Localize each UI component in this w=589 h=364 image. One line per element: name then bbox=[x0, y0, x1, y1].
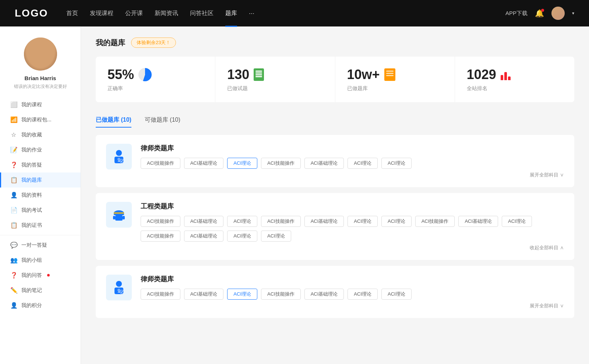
qa-icon: ❓ bbox=[10, 272, 17, 279]
sidebar-item-label: 我的问答 bbox=[21, 272, 42, 279]
sidebar-item-questions[interactable]: ❓ 我的答疑 bbox=[0, 157, 81, 172]
bank-tag[interactable]: ACI理论 bbox=[227, 216, 257, 227]
sidebar-item-label: 我的积分 bbox=[21, 302, 42, 309]
sidebar-item-certificate[interactable]: 📋 我的证书 bbox=[0, 218, 81, 233]
sidebar-item-one-on-one[interactable]: 💬 一对一答疑 bbox=[0, 238, 81, 253]
pie-chart-icon bbox=[138, 68, 152, 81]
stat-label-done: 已做试题 bbox=[227, 85, 323, 92]
stat-label-banks: 已做题库 bbox=[347, 85, 443, 92]
bank-title-2: 工程类题库 bbox=[141, 202, 564, 211]
sidebar-item-notes[interactable]: ✏️ 我的笔记 bbox=[0, 283, 81, 298]
bank-tag[interactable]: ACI技能操作 bbox=[141, 216, 180, 227]
expand-link-2[interactable]: 收起全部科目 ∧ bbox=[141, 245, 564, 251]
svg-point-10 bbox=[116, 281, 122, 287]
exam-icon: 📄 bbox=[10, 207, 17, 214]
bank-tag[interactable]: ACI技能操作 bbox=[141, 158, 180, 169]
bank-tag[interactable]: ACI理论 bbox=[348, 216, 378, 227]
course-icon: ⬜ bbox=[10, 101, 17, 108]
bank-tag[interactable]: ACI理论 bbox=[502, 216, 532, 227]
bank-tag[interactable]: ACI理论 bbox=[261, 231, 291, 242]
bank-tag[interactable]: ACI基础理论 bbox=[184, 231, 224, 242]
sidebar-item-label: 我的作业 bbox=[21, 147, 42, 153]
stat-top-ranking: 1029 bbox=[467, 67, 562, 82]
bank-tags-1: ACI技能操作 ACI基础理论 ACI理论 ACI技能操作 ACI基础理论 AC… bbox=[141, 158, 564, 169]
sidebar-item-points[interactable]: 👤 我的积分 bbox=[0, 298, 81, 313]
sidebar-item-questionbank[interactable]: 📋 我的题库 bbox=[0, 172, 81, 188]
bank-tag[interactable]: ACI理论 bbox=[381, 289, 412, 300]
stat-accuracy: 55% 正确率 bbox=[96, 57, 215, 102]
tabs-row: 已做题库 (10) 可做题库 (10) bbox=[96, 113, 574, 128]
bank-tag[interactable]: ACI技能操作 bbox=[261, 289, 301, 300]
bank-tags-3: ACI技能操作 ACI基础理论 ACI理论 ACI技能操作 ACI基础理论 AC… bbox=[141, 289, 564, 300]
sidebar-item-group[interactable]: 👥 我的小组 bbox=[0, 253, 81, 268]
tab-done-banks[interactable]: 已做题库 (10) bbox=[96, 113, 131, 128]
navbar-right: APP下载 🔔 ▾ bbox=[505, 7, 574, 20]
bank-tag[interactable]: ACI基础理论 bbox=[184, 216, 224, 227]
sidebar-item-course-package[interactable]: 📶 我的课程包... bbox=[0, 112, 81, 127]
sidebar-avatar bbox=[24, 38, 57, 71]
app-download-button[interactable]: APP下载 bbox=[505, 10, 528, 17]
navbar: LOGO 首页 发现课程 公开课 新闻资讯 问答社区 题库 ··· APP下载 … bbox=[0, 0, 589, 26]
bank-tag[interactable]: ACI技能操作 bbox=[261, 216, 301, 227]
nav-more[interactable]: ··· bbox=[249, 10, 254, 17]
logo: LOGO bbox=[15, 7, 52, 19]
bank-tag[interactable]: ACI技能操作 bbox=[141, 289, 180, 300]
stat-value-accuracy: 55% bbox=[107, 67, 134, 82]
avatar[interactable] bbox=[551, 7, 565, 20]
expand-link-1[interactable]: 展开全部科目 ∨ bbox=[141, 172, 564, 178]
sidebar-item-label: 我的笔记 bbox=[21, 287, 42, 294]
bank-tag[interactable]: ACI基础理论 bbox=[304, 158, 344, 169]
sidebar-item-profile[interactable]: 👤 我的资料 bbox=[0, 188, 81, 203]
bank-tag[interactable]: ACI技能操作 bbox=[141, 231, 180, 242]
bank-tag[interactable]: ACI基础理论 bbox=[184, 158, 224, 169]
bank-tags-2: ACI技能操作 ACI基础理论 ACI理论 ACI技能操作 ACI基础理论 AC… bbox=[141, 216, 564, 242]
svg-rect-6 bbox=[114, 212, 124, 214]
bank-title-3: 律师类题库 bbox=[141, 275, 564, 283]
bank-tag[interactable]: ACI基础理论 bbox=[304, 289, 344, 300]
bank-content-1: 律师类题库 ACI技能操作 ACI基础理论 ACI理论 ACI技能操作 ACI基… bbox=[141, 144, 564, 178]
bank-tag[interactable]: ACI技能操作 bbox=[261, 158, 301, 169]
bank-card-lawyer-2: 律师类题库 ACI技能操作 ACI基础理论 ACI理论 ACI技能操作 ACI基… bbox=[96, 266, 574, 318]
bar1 bbox=[501, 75, 503, 80]
engineer-icon bbox=[111, 207, 127, 223]
chevron-down-icon[interactable]: ▾ bbox=[572, 11, 574, 16]
sidebar-item-label: 我的小组 bbox=[21, 257, 42, 264]
bank-icon-engineer bbox=[106, 202, 132, 228]
bank-tag-active[interactable]: ACI理论 bbox=[227, 289, 257, 300]
nav-news[interactable]: 新闻资讯 bbox=[155, 10, 178, 17]
bank-tag-active[interactable]: ACI理论 bbox=[227, 158, 257, 169]
bank-tag[interactable]: ACI理论 bbox=[348, 158, 378, 169]
document-icon bbox=[254, 68, 264, 81]
sidebar-item-my-qa[interactable]: ❓ 我的问答 bbox=[0, 268, 81, 283]
notification-bell-icon[interactable]: 🔔 bbox=[535, 9, 544, 18]
sidebar-item-my-course[interactable]: ⬜ 我的课程 bbox=[0, 97, 81, 112]
nav-open-course[interactable]: 公开课 bbox=[125, 10, 143, 17]
sidebar-item-favorites[interactable]: ☆ 我的收藏 bbox=[0, 127, 81, 142]
expand-link-3[interactable]: 展开全部科目 ∨ bbox=[141, 303, 564, 309]
sidebar-item-homework[interactable]: 📝 我的作业 bbox=[0, 142, 81, 157]
bank-tag[interactable]: ACI理论 bbox=[381, 216, 412, 227]
stat-label-accuracy: 正确率 bbox=[107, 85, 203, 92]
sidebar-item-label: 一对一答疑 bbox=[21, 242, 47, 249]
lawyer-icon-2 bbox=[111, 279, 127, 296]
nav-qa[interactable]: 问答社区 bbox=[190, 10, 214, 17]
bank-tag[interactable]: ACI技能操作 bbox=[415, 216, 455, 227]
bank-tag[interactable]: ACI基础理论 bbox=[304, 216, 344, 227]
bank-tag[interactable]: ACI基础理论 bbox=[184, 289, 224, 300]
nav-discover[interactable]: 发现课程 bbox=[90, 10, 113, 17]
sidebar-item-exam[interactable]: 📄 我的考试 bbox=[0, 203, 81, 218]
stat-label-ranking: 全站排名 bbox=[467, 85, 562, 92]
bank-tag[interactable]: ACI基础理论 bbox=[458, 216, 498, 227]
chat-icon: 💬 bbox=[10, 242, 17, 249]
nav-home[interactable]: 首页 bbox=[66, 10, 78, 17]
bank-title-1: 律师类题库 bbox=[141, 144, 564, 153]
tab-available-banks[interactable]: 可做题库 (10) bbox=[145, 113, 180, 128]
nav-questionbank[interactable]: 题库 bbox=[225, 10, 237, 17]
bank-content-2: 工程类题库 ACI技能操作 ACI基础理论 ACI理论 ACI技能操作 ACI基… bbox=[141, 202, 564, 251]
svg-rect-8 bbox=[113, 216, 115, 220]
bank-tag[interactable]: ACI理论 bbox=[381, 158, 412, 169]
bank-tag[interactable]: ACI理论 bbox=[348, 289, 378, 300]
trial-badge: 体验剩余23天！ bbox=[131, 38, 176, 48]
questionbank-icon: 📋 bbox=[10, 176, 17, 183]
bank-tag[interactable]: ACI理论 bbox=[227, 231, 257, 242]
